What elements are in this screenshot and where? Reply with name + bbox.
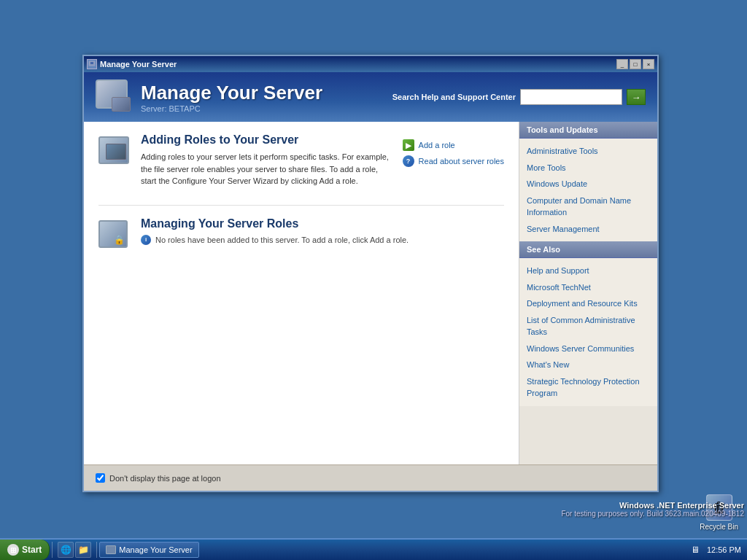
start-button[interactable]: ⊞ Start [0,540,50,560]
adding-roles-body: Adding Roles to Your Server Adding roles… [141,133,391,193]
close-button[interactable]: × [643,59,654,69]
titlebar-title: Manage Your Server [100,60,177,69]
taskbar-window-label: Manage Your Server [119,545,192,554]
add-role-label: Add a role [419,141,455,149]
taskbar-quick-launch: 🌐 📁 [55,542,94,558]
os-name: Windows .NET Enterprise Server [561,501,744,510]
dont-display-text: Don't display this page at logon [109,474,221,483]
taskbar-window-button[interactable]: Manage Your Server [99,542,198,558]
server-management-link[interactable]: Server Management [519,221,657,238]
read-about-link[interactable]: ? Read about server roles [403,155,504,167]
taskbar-divider-2 [96,542,97,558]
search-input[interactable] [520,89,622,105]
strategic-tech-link[interactable]: Strategic Technology Protection Program [519,373,657,402]
start-icon: ⊞ [7,544,19,556]
content-area: Adding Roles to Your Server Adding roles… [84,122,657,464]
managing-roles-section: Managing Your Server Roles i No roles ha… [98,217,504,262]
sidebar: Tools and Updates Administrative Tools M… [519,122,657,464]
managing-roles-body: Managing Your Server Roles i No roles ha… [141,217,504,251]
recycle-bin-label: Recycle Bin [700,523,738,531]
whats-new-link[interactable]: What's New [519,357,657,373]
desktop: Manage Your Server _ □ × Manage Your Ser… [0,0,747,560]
dont-display-checkbox[interactable] [96,473,105,483]
server-icon-1 [98,136,129,164]
app-header: Manage Your Server Server: BETAPC Search… [84,72,657,122]
adding-roles-section: Adding Roles to Your Server Adding roles… [98,133,504,206]
search-bold-label: Search [392,93,419,101]
more-tools-link[interactable]: More Tools [519,160,657,176]
add-role-link[interactable]: ▶ Add a role [403,139,504,151]
svg-rect-1 [90,62,93,64]
no-roles-text: No roles have been added to this server.… [155,236,409,244]
search-label: Search Help and Support Center [392,93,516,101]
deployment-kits-link[interactable]: Deployment and Resource Kits [519,295,657,312]
titlebar: Manage Your Server _ □ × [84,56,657,72]
server-logo-icon [96,79,128,109]
see-also-section: See Also Help and Support Microsoft Tech… [519,241,657,406]
search-button[interactable]: → [627,89,646,105]
common-tasks-link[interactable]: List of Common Administrative Tasks [519,312,657,341]
tools-updates-header: Tools and Updates [519,122,657,139]
manage-server-window: Manage Your Server _ □ × Manage Your Ser… [82,55,659,492]
adding-roles-title: Adding Roles to Your Server [141,133,391,147]
server-name: Server: BETAPC [141,104,322,113]
taskbar-window-icon [106,545,116,554]
header-text: Manage Your Server Server: BETAPC [141,82,322,113]
ie-icon[interactable]: 🌐 [58,542,74,558]
titlebar-app-icon [87,59,97,69]
see-also-links: Help and Support Microsoft TechNet Deplo… [519,258,657,406]
maximize-button[interactable]: □ [630,59,641,69]
header-search: Search Help and Support Center → [392,89,646,105]
minimize-button[interactable]: _ [616,59,628,69]
windows-update-link[interactable]: Windows Update [519,176,657,192]
taskbar-tray: 🖥 12:56 PM [685,545,747,555]
desktop-os-info: Windows .NET Enterprise Server For testi… [561,501,744,518]
no-roles-info-icon: i [141,235,151,245]
see-also-header: See Also [519,241,657,258]
adding-roles-description: Adding roles to your server lets it perf… [141,151,391,187]
server-icon-2 [98,220,128,248]
app-title: Manage Your Server [141,82,322,104]
read-about-icon: ? [403,155,414,167]
adding-roles-actions: ▶ Add a role ? Read about server roles [403,139,504,193]
titlebar-buttons: _ □ × [616,59,654,69]
help-support-link[interactable]: Help and Support [519,262,657,279]
folder-icon[interactable]: 📁 [75,542,91,558]
titlebar-left: Manage Your Server [87,59,177,69]
search-sublabel: Help and Support Center [421,93,516,101]
read-about-label: Read about server roles [419,157,504,166]
taskbar-divider-1 [52,542,53,558]
technet-link[interactable]: Microsoft TechNet [519,279,657,296]
taskbar: ⊞ Start 🌐 📁 Manage Your Server 🖥 12:56 P… [0,538,747,560]
header-icon [96,79,131,114]
main-content: Adding Roles to Your Server Adding roles… [84,122,519,464]
taskbar-clock: 12:56 PM [703,545,741,554]
managing-roles-title: Managing Your Server Roles [141,217,504,230]
server-communities-link[interactable]: Windows Server Communities [519,341,657,357]
adding-roles-icon [98,136,129,167]
tools-updates-section: Tools and Updates Administrative Tools M… [519,122,657,241]
start-label: Start [22,545,42,555]
dont-display-label[interactable]: Don't display this page at logon [96,473,221,483]
add-role-icon: ▶ [403,139,414,151]
managing-roles-icon [98,220,129,251]
no-roles-message: i No roles have been added to this serve… [141,235,504,245]
computer-domain-link[interactable]: Computer and Domain Name Information [519,192,657,221]
administrative-tools-link[interactable]: Administrative Tools [519,143,657,160]
tools-updates-links: Administrative Tools More Tools Windows … [519,139,657,241]
header-branding: Manage Your Server Server: BETAPC [96,79,322,114]
network-tray-icon: 🖥 [691,545,700,555]
window-footer: Don't display this page at logon [84,464,657,491]
os-build: For testing purposes only. Build 3623.ma… [561,510,744,518]
